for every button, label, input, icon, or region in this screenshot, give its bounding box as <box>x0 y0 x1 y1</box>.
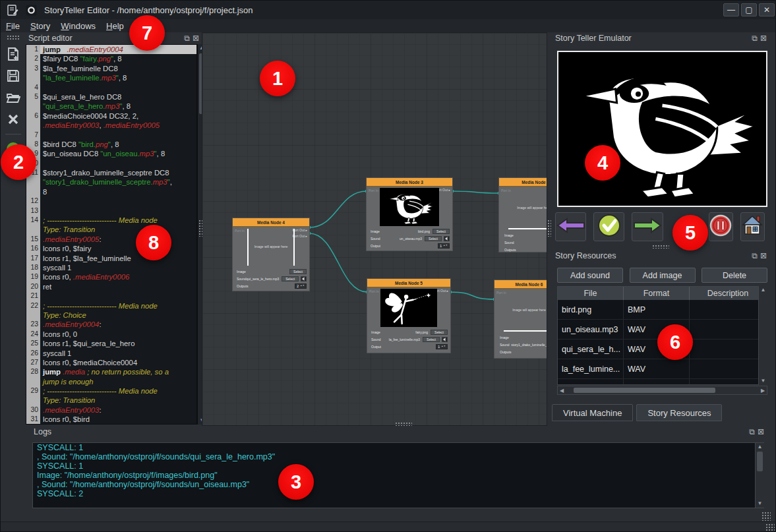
code-line[interactable]: 3$la_fee_luminelle DC8 <box>26 64 196 73</box>
table-row[interactable]: bird.pngBMP <box>558 300 767 320</box>
menu-file[interactable]: File <box>1 20 25 32</box>
code-line[interactable]: Type: Choice <box>26 310 196 320</box>
media-node[interactable]: Media NodePort InImage will appear hereI… <box>499 178 547 252</box>
scroll-left-icon[interactable]: ◀ <box>558 388 566 394</box>
code-line[interactable]: 28jump .media ; no return possible, so a <box>26 367 196 376</box>
port-in-label[interactable]: Port In <box>501 189 511 192</box>
close-x-icon[interactable] <box>4 110 22 129</box>
port-in-label[interactable]: Port In <box>235 229 245 233</box>
table-scrollbar[interactable]: ▲ ▼ <box>758 286 767 385</box>
scroll-down-icon[interactable]: ▼ <box>759 377 767 385</box>
home-button[interactable] <box>740 212 765 241</box>
column-header[interactable]: Description <box>690 287 767 300</box>
code-line[interactable]: 5$qui_sera_le_hero DC8 <box>26 92 196 102</box>
media-node[interactable]: Media Node 4Port InPort Out ▸Port Out ▸I… <box>233 218 309 291</box>
code-line[interactable]: 6$mediaChoice0004 DC32, 2, <box>26 111 196 121</box>
media-node[interactable]: Media Node 3Port InPort Out ▸Imagebird.p… <box>367 178 452 251</box>
next-button[interactable] <box>632 212 663 241</box>
code-line[interactable]: 19lcons r0, .mediaEntry0006 <box>26 272 196 281</box>
code-line[interactable]: "story1_drako_luminelle_sceptre.mp3", <box>26 177 196 187</box>
code-line[interactable]: 14; ---------------------------- Media n… <box>26 216 196 225</box>
menu-story[interactable]: Story <box>25 20 55 32</box>
logs-scrollbar[interactable]: ▲ ▼ <box>755 443 764 508</box>
code-line[interactable]: jump is enough <box>26 377 196 386</box>
table-row[interactable]: la_fee_lumine...WAV <box>558 359 767 379</box>
maximize-button[interactable]: ▢ <box>741 3 757 16</box>
code-editor[interactable]: 1jump .mediaEntry00042$fairy DC8 "fairy.… <box>26 44 197 425</box>
output-spinner[interactable]: 1▲▼ <box>436 344 448 349</box>
code-line[interactable]: 1jump .mediaEntry0004 <box>26 45 196 54</box>
speaker-icon[interactable] <box>444 236 450 241</box>
code-line[interactable]: 23.mediaEntry0004: <box>26 320 196 329</box>
code-line[interactable]: 27lcons r0, $mediaChoice0004 <box>26 358 196 367</box>
close-panel-icon[interactable]: ⊠ <box>193 34 199 42</box>
code-line[interactable]: 21 <box>26 291 196 301</box>
media-node[interactable]: Media Node 5Port InPort Out ▸Imagefairy.… <box>367 279 450 353</box>
select-sound-button[interactable]: Select <box>423 337 440 342</box>
scrollbar-thumb[interactable] <box>574 388 715 393</box>
code-line[interactable]: 22; ---------------------------- Media n… <box>26 301 196 310</box>
code-line[interactable]: 20ret <box>26 282 196 291</box>
add-sound-button[interactable]: Add sound <box>557 268 623 283</box>
toolbar-drag-handle[interactable] <box>7 35 20 40</box>
scrollbar-thumb[interactable] <box>757 452 763 471</box>
select-image-button[interactable]: Select <box>431 330 448 335</box>
column-header[interactable]: Format <box>624 287 690 300</box>
output-spinner[interactable]: 1▲▼ <box>438 243 450 249</box>
speaker-icon[interactable] <box>301 276 307 281</box>
code-line[interactable]: Type: Transition <box>26 396 196 405</box>
pause-button[interactable] <box>709 212 733 241</box>
code-line[interactable]: 31lcons r0, $bird <box>26 415 196 424</box>
back-button[interactable] <box>555 212 586 241</box>
select-image-button[interactable]: Select <box>289 269 307 274</box>
code-line[interactable]: 18syscall 1 <box>26 263 196 272</box>
code-line[interactable]: 29; ---------------------------- Media n… <box>26 386 196 396</box>
port-in-label[interactable]: Port In <box>369 189 378 192</box>
splitter-handle[interactable] <box>547 220 551 237</box>
float-panel-icon[interactable]: ⧉ <box>752 34 758 42</box>
scroll-up-icon[interactable]: ▲ <box>759 286 767 294</box>
code-line[interactable]: 24lcons r0, 0 <box>26 330 196 339</box>
code-line[interactable]: 8 <box>26 187 196 196</box>
code-line[interactable]: .mediaEntry0003, .mediaEntry0005 <box>26 121 196 130</box>
menu-help[interactable]: Help <box>101 20 129 32</box>
select-image-button[interactable]: Select <box>433 229 450 234</box>
logs-output[interactable]: SYSCALL: 1, Sound: "/home/anthony/ostpro… <box>32 442 764 508</box>
port-in-label[interactable]: Port In <box>496 291 506 295</box>
code-line[interactable]: 11$story1_drako_luminelle_sceptre DC8 <box>26 168 196 177</box>
code-line[interactable]: 30.mediaEntry0003: <box>26 405 196 415</box>
code-line[interactable]: 8$bird DC8 "bird.png", 8 <box>26 140 196 149</box>
float-panel-icon[interactable]: ⧉ <box>184 34 190 42</box>
code-line[interactable]: 13 <box>26 206 196 216</box>
splitter-handle[interactable] <box>652 245 669 249</box>
table-row[interactable]: fairy.pngBMP <box>558 379 767 385</box>
code-line[interactable]: 4 <box>26 83 196 92</box>
code-line[interactable]: 9$un_oiseau DC8 "un_oiseau.mp3", 8 <box>26 149 196 158</box>
tab-virtual-machine[interactable]: Virtual Machine <box>552 404 633 421</box>
scroll-down-icon[interactable]: ▼ <box>756 500 764 508</box>
delete-button[interactable]: Delete <box>701 268 767 283</box>
output-spinner[interactable]: 2▲▼ <box>295 283 307 289</box>
speaker-icon[interactable] <box>442 337 448 342</box>
code-line[interactable]: 17lcons r1, $la_fee_luminelle <box>26 254 196 263</box>
close-panel-icon[interactable]: ⊠ <box>760 34 767 42</box>
code-line[interactable]: 25lcons r1, $qui_sera_le_hero <box>26 339 196 348</box>
node-title[interactable]: Media Node 3 <box>367 178 452 187</box>
code-line[interactable]: 10 <box>26 159 196 168</box>
minimize-button[interactable]: — <box>723 3 739 16</box>
splitter-handle[interactable] <box>198 220 202 237</box>
close-button[interactable]: ✕ <box>759 3 775 16</box>
media-node[interactable]: Media Node 6Port InImage will appear her… <box>494 280 547 358</box>
new-document-icon[interactable] <box>4 45 22 63</box>
port-in-label[interactable]: Port In <box>369 289 379 293</box>
node-title[interactable]: Media Node 6 <box>494 280 547 289</box>
close-panel-icon[interactable]: ⊠ <box>758 428 764 436</box>
code-line[interactable]: 2$fairy DC8 "fairy.png", 8 <box>26 54 196 63</box>
code-line[interactable]: 12 <box>26 196 196 206</box>
scroll-up-icon[interactable]: ▲ <box>756 443 764 451</box>
node-title[interactable]: Media Node 5 <box>367 279 450 287</box>
menu-windows[interactable]: Windows <box>55 20 101 32</box>
select-sound-button[interactable]: Select <box>282 276 299 281</box>
scroll-right-icon[interactable]: ▶ <box>759 388 767 394</box>
add-image-button[interactable]: Add image <box>630 268 696 283</box>
